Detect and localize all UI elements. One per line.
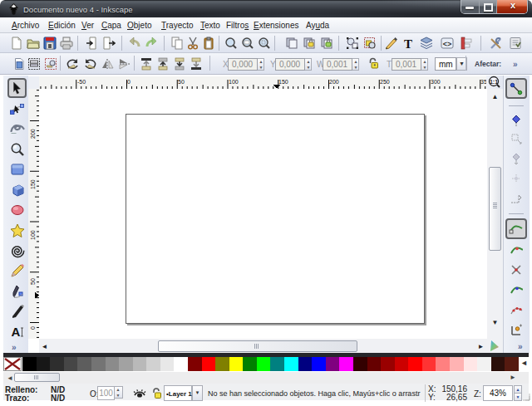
svg-text:100: 100 <box>229 79 239 85</box>
svg-text:100: 100 <box>30 230 36 240</box>
svg-text:200: 200 <box>30 129 36 139</box>
svg-text:50: 50 <box>30 278 36 285</box>
svg-text:300: 300 <box>431 79 441 85</box>
svg-text:A: A <box>11 325 20 339</box>
svg-text:-50: -50 <box>77 79 86 85</box>
svg-text:50: 50 <box>178 79 185 85</box>
svg-text:150: 150 <box>30 179 36 189</box>
svg-text:200: 200 <box>329 79 339 85</box>
svg-text:350: 350 <box>480 79 486 85</box>
svg-text:1:1: 1:1 <box>490 79 498 85</box>
svg-text:T: T <box>404 37 412 51</box>
svg-text:0: 0 <box>30 326 36 330</box>
svg-text:150: 150 <box>278 79 288 85</box>
svg-text:250: 250 <box>380 79 390 85</box>
svg-text:0: 0 <box>127 79 131 85</box>
svg-text:<>: <> <box>443 40 452 48</box>
